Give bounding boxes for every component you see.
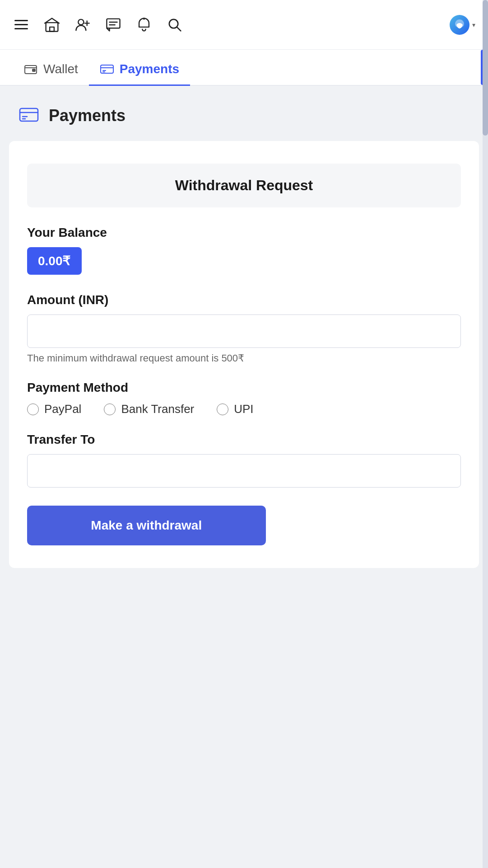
payment-method-section: Payment Method PayPal Bank Transfer UPI bbox=[27, 380, 461, 416]
user-avatar-container[interactable]: ▾ bbox=[450, 15, 475, 35]
radio-input-paypal[interactable] bbox=[27, 404, 39, 415]
page-header-title: Payments bbox=[49, 106, 125, 125]
balance-section: Your Balance 0.00₹ bbox=[27, 225, 461, 293]
svg-point-2 bbox=[78, 19, 84, 24]
svg-rect-1 bbox=[50, 27, 54, 31]
amount-input[interactable] bbox=[27, 314, 461, 348]
amount-hint: The minimum withdrawal request amount is… bbox=[27, 352, 461, 364]
search-icon[interactable] bbox=[166, 16, 183, 33]
nav-icons-left bbox=[13, 16, 183, 33]
top-nav: ▾ bbox=[0, 0, 488, 50]
tab-wallet[interactable]: Wallet bbox=[13, 54, 89, 86]
add-user-icon[interactable] bbox=[74, 16, 91, 33]
radio-label-upi: UPI bbox=[234, 402, 253, 416]
tab-bar: Wallet Payments bbox=[0, 50, 488, 86]
make-withdrawal-button[interactable]: Make a withdrawal bbox=[27, 506, 266, 545]
withdrawal-banner-title: Withdrawal Request bbox=[175, 177, 313, 193]
transfer-to-section: Transfer To bbox=[27, 432, 461, 488]
scrollbar-track[interactable] bbox=[483, 0, 488, 868]
scrollbar-thumb[interactable] bbox=[483, 0, 488, 136]
payment-method-label: Payment Method bbox=[27, 380, 461, 395]
radio-paypal[interactable]: PayPal bbox=[27, 402, 81, 416]
amount-section: Amount (INR) The minimum withdrawal requ… bbox=[27, 293, 461, 364]
tab-payments[interactable]: Payments bbox=[89, 54, 190, 86]
main-content-card: Withdrawal Request Your Balance 0.00₹ Am… bbox=[9, 141, 479, 568]
radio-bank-transfer[interactable]: Bank Transfer bbox=[104, 402, 194, 416]
radio-input-bank-transfer[interactable] bbox=[104, 404, 116, 415]
payment-method-radio-group: PayPal Bank Transfer UPI bbox=[27, 402, 461, 416]
home-icon[interactable] bbox=[43, 16, 60, 33]
transfer-to-label: Transfer To bbox=[27, 432, 461, 447]
transfer-to-input[interactable] bbox=[27, 454, 461, 488]
page-header-section: Payments bbox=[0, 86, 488, 141]
radio-upi[interactable]: UPI bbox=[217, 402, 253, 416]
balance-label: Your Balance bbox=[27, 225, 461, 240]
radio-label-paypal: PayPal bbox=[44, 402, 81, 416]
chevron-down-icon: ▾ bbox=[472, 21, 475, 28]
avatar-icon bbox=[450, 15, 469, 35]
radio-label-bank-transfer: Bank Transfer bbox=[121, 402, 194, 416]
svg-rect-5 bbox=[107, 19, 120, 28]
svg-rect-12 bbox=[33, 69, 35, 71]
bell-icon[interactable] bbox=[135, 16, 153, 33]
withdrawal-banner: Withdrawal Request bbox=[27, 164, 461, 207]
payments-header-icon bbox=[18, 104, 40, 127]
amount-label: Amount (INR) bbox=[27, 293, 461, 307]
svg-line-10 bbox=[177, 27, 181, 31]
balance-value: 0.00₹ bbox=[27, 247, 82, 275]
chat-icon[interactable] bbox=[105, 16, 122, 33]
radio-input-upi[interactable] bbox=[217, 404, 228, 415]
hamburger-icon[interactable] bbox=[13, 18, 30, 31]
